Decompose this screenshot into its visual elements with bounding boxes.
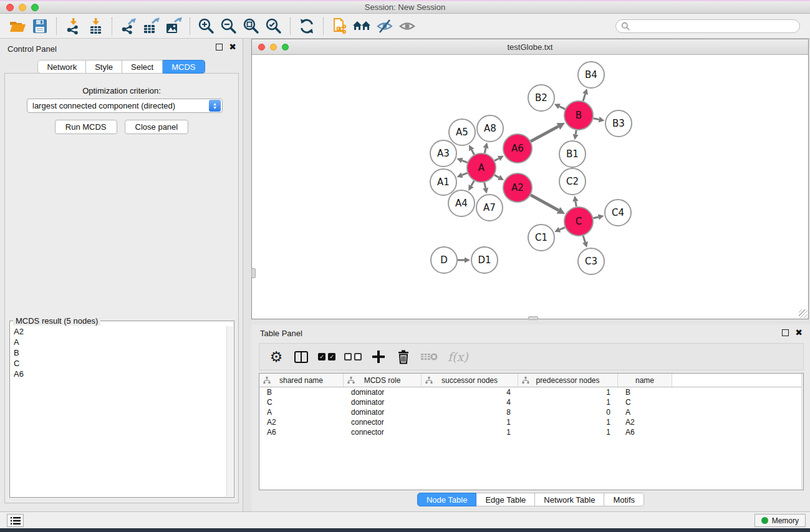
table-cell[interactable]: 4 (422, 398, 518, 407)
column-header-shared-name[interactable]: shared name (259, 374, 344, 387)
close-panel-button[interactable]: Close panel (125, 120, 189, 134)
table-cell[interactable]: dominator (344, 408, 422, 417)
graph-edge-A-A5[interactable] (469, 145, 475, 155)
table-cell[interactable]: connector (344, 418, 422, 427)
table-cell[interactable]: C (618, 398, 672, 407)
search-input[interactable] (633, 22, 794, 31)
graph-edge-C-C4[interactable] (593, 214, 604, 220)
mcds-result-list[interactable]: A2ABCA6 (11, 326, 226, 496)
graph-node-B3[interactable]: B3 (605, 110, 632, 137)
graph-edge-A-A7[interactable] (483, 183, 488, 194)
table-cell[interactable]: B (259, 388, 344, 397)
graph-node-A2[interactable]: A2 (503, 173, 532, 202)
table-cell[interactable]: A (618, 408, 672, 417)
table-cell[interactable]: A6 (618, 428, 672, 437)
import-network-icon[interactable] (62, 16, 84, 36)
graph-node-D1[interactable]: D1 (471, 247, 498, 273)
export-image-icon[interactable] (162, 16, 185, 36)
table-cell[interactable]: dominator (344, 398, 422, 407)
tab-network[interactable]: Network (37, 60, 86, 74)
table-cell[interactable]: dominator (344, 388, 422, 397)
show-column-icon[interactable] (293, 348, 309, 365)
column-header-mcds-role[interactable]: MCDS role (344, 374, 422, 387)
refresh-view-icon[interactable] (296, 16, 318, 36)
delete-column-trash-icon[interactable] (395, 348, 412, 365)
vertical-scrollbar-thumb[interactable] (251, 268, 256, 278)
table-cell[interactable]: A6 (259, 428, 344, 437)
column-header-predecessor-nodes[interactable]: predecessor nodes (518, 374, 618, 387)
home-layout-icon[interactable] (351, 16, 374, 36)
export-network-icon[interactable] (117, 16, 140, 36)
zoom-selected-icon[interactable] (263, 16, 285, 36)
column-header-successor-nodes[interactable]: successor nodes (422, 374, 518, 387)
graph-node-A3[interactable]: A3 (430, 140, 456, 167)
memory-button[interactable]: Memory (755, 514, 806, 527)
column-header-name[interactable]: name (618, 374, 672, 387)
table-cell[interactable]: 4 (422, 388, 518, 397)
table-cell[interactable]: 0 (518, 408, 618, 417)
float-table-panel-icon[interactable] (782, 329, 789, 336)
graph-edge-D-D1[interactable] (458, 257, 470, 263)
network-canvas[interactable]: AA1A2A3A4A5A6A7A8BB1B2B3B4CC1C2C3C4DD1 (252, 55, 808, 319)
table-cell[interactable]: C (259, 398, 344, 407)
tab-node-table[interactable]: Node Table (417, 493, 477, 506)
mcds-result-item[interactable]: A2 (11, 326, 226, 337)
table-cell[interactable]: B (618, 388, 672, 397)
network-window-titlebar[interactable]: testGlobe.txt (252, 39, 808, 55)
graph-edge-A6-B[interactable] (531, 123, 565, 142)
table-cell[interactable]: 1 (422, 428, 518, 437)
graph-node-C2[interactable]: C2 (559, 168, 586, 195)
mcds-result-item[interactable]: C (11, 358, 226, 369)
zoom-fit-icon[interactable] (240, 16, 263, 36)
table-row[interactable]: A2connector11A2 (259, 417, 803, 427)
table-cell[interactable]: 1 (518, 388, 618, 397)
graph-node-C3[interactable]: C3 (578, 248, 604, 274)
graph-node-A1[interactable]: A1 (430, 169, 456, 195)
table-cell[interactable]: connector (344, 428, 422, 437)
float-panel-icon[interactable] (216, 44, 223, 51)
mcds-result-item[interactable]: A (11, 337, 226, 347)
zoom-in-icon[interactable] (195, 16, 218, 36)
tab-style[interactable]: Style (86, 60, 122, 74)
graph-node-B[interactable]: B (564, 101, 593, 130)
table-row[interactable]: Bdominator41B (259, 387, 803, 397)
graph-node-A5[interactable]: A5 (449, 119, 475, 145)
delete-table-icon[interactable] (420, 348, 439, 365)
resize-grip-icon[interactable] (799, 309, 808, 318)
tab-mcds[interactable]: MCDS (163, 60, 205, 74)
graph-edge-B-B1[interactable] (573, 130, 579, 140)
graph-edge-A-A2[interactable] (494, 175, 504, 180)
graph-edge-C-C1[interactable] (554, 227, 565, 232)
table-cell[interactable]: 8 (422, 408, 518, 417)
tab-motifs[interactable]: Motifs (604, 493, 644, 506)
mcds-result-item[interactable]: B (11, 347, 226, 358)
graph-node-B2[interactable]: B2 (528, 85, 554, 111)
optimization-criterion-dropdown[interactable]: largest connected component (directed) ▲… (27, 99, 223, 113)
table-row[interactable]: Adominator80A (259, 407, 803, 417)
graph-edge-A-A6[interactable] (494, 156, 504, 161)
zoom-out-icon[interactable] (218, 16, 240, 36)
table-cell[interactable]: A (259, 408, 344, 417)
table-scrollbar[interactable] (801, 374, 803, 490)
graph-edge-B-B2[interactable] (554, 104, 565, 109)
global-search-field[interactable] (615, 19, 800, 33)
add-column-icon[interactable] (370, 348, 387, 365)
network-graph[interactable]: AA1A2A3A4A5A6A7A8BB1B2B3B4CC1C2C3C4DD1 (252, 55, 808, 317)
horizontal-scrollbar-thumb[interactable] (528, 316, 538, 320)
graph-edge-C-C3[interactable] (582, 236, 588, 248)
deselect-all-checkboxes-icon[interactable] (344, 348, 362, 365)
table-options-gear-icon[interactable]: ⚙ (268, 348, 284, 365)
task-history-button[interactable] (7, 514, 24, 527)
function-builder-icon[interactable]: f(x) (448, 348, 468, 365)
export-table-icon[interactable] (140, 16, 162, 36)
open-session-icon[interactable] (6, 16, 29, 36)
graph-node-B1[interactable]: B1 (559, 141, 586, 167)
show-graphics-details-icon[interactable] (396, 16, 418, 36)
graph-node-A4[interactable]: A4 (448, 190, 475, 216)
table-cell[interactable]: A2 (259, 418, 344, 427)
graph-node-A6[interactable]: A6 (503, 134, 532, 163)
table-cell[interactable]: A2 (618, 418, 672, 427)
graph-edge-B-B3[interactable] (594, 117, 605, 122)
tab-select[interactable]: Select (122, 60, 163, 74)
tab-network-table[interactable]: Network Table (535, 493, 604, 506)
